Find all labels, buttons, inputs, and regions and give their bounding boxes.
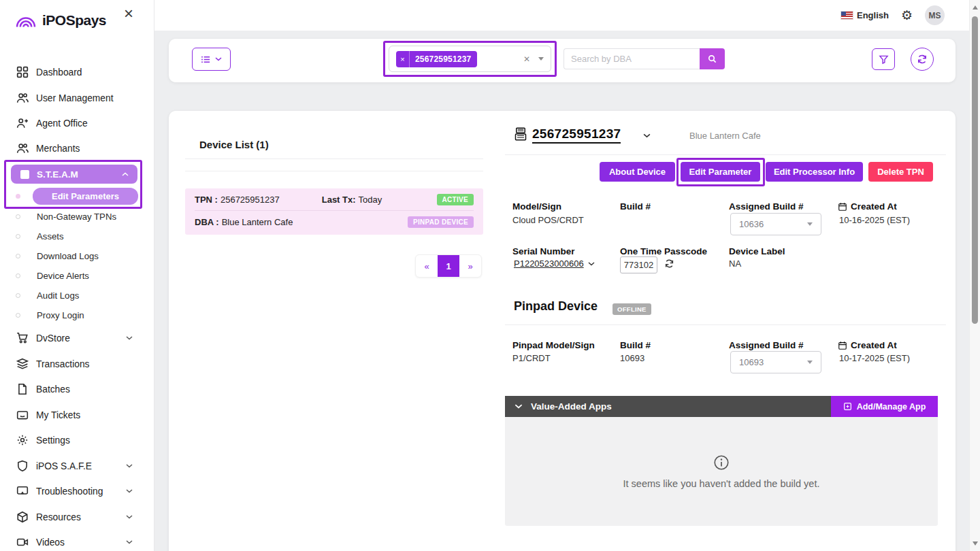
sidebar-item-download-logs[interactable]: Download Logs — [0, 248, 154, 264]
search-dba-input[interactable] — [564, 48, 700, 69]
scroll-up-arrow-icon[interactable] — [973, 5, 978, 10]
pagination-prev[interactable]: « — [416, 255, 438, 277]
info-icon — [713, 454, 730, 471]
settings-gear-icon[interactable]: ⚙ — [901, 9, 913, 22]
document-icon — [16, 383, 29, 395]
serial-number-link[interactable]: P1220523000606 — [514, 258, 595, 269]
chevron-down-icon — [126, 464, 133, 468]
empty-state-text: It seems like you haven't added the buil… — [623, 478, 820, 489]
user-avatar[interactable]: MS — [925, 5, 945, 25]
model-sign-label: Model/Sign — [512, 201, 561, 212]
sidebar-item-label: DvStore — [36, 333, 70, 344]
edit-processor-info-button[interactable]: Edit Processor Info — [766, 162, 863, 182]
pinpad-section-title: Pinpad Device — [514, 299, 598, 314]
device-type-badge: PINPAD DEVICE — [408, 216, 474, 228]
refresh-button[interactable] — [911, 48, 934, 71]
shield-icon — [16, 460, 29, 472]
pinpad-assigned-build-label: Assigned Build # — [729, 340, 804, 350]
sidebar-item-label: Non-Gateway TPNs — [37, 212, 116, 222]
otp-label: One Time Passcode — [620, 246, 707, 256]
chevron-down-icon — [126, 336, 133, 340]
tag-remove-icon[interactable]: × — [396, 51, 410, 67]
sidebar-item-dvstore[interactable]: DvStore — [0, 329, 154, 348]
device-list-row[interactable]: TPN : 256725951237 Last Tx: Today ACTIVE… — [185, 188, 483, 235]
sidebar-item-label: Edit Parameters — [52, 191, 119, 201]
sidebar-item-troubleshooting[interactable]: Troubleshooting — [0, 482, 154, 501]
created-at-value: 10-16-2025 (EST) — [839, 215, 910, 225]
scroll-down-arrow-icon[interactable] — [973, 541, 978, 546]
tpn-multiselect[interactable]: × 256725951237 ✕ — [389, 46, 551, 72]
sidebar-item-resources[interactable]: Resources — [0, 507, 154, 527]
vertical-scrollbar[interactable] — [969, 0, 980, 551]
detail-tpn-link[interactable]: 256725951237 — [532, 127, 621, 144]
sidebar-item-dashboard[interactable]: Dashboard — [0, 63, 154, 82]
pagination-page-1[interactable]: 1 — [438, 255, 459, 277]
pinpad-assigned-build-select[interactable]: 10693 — [730, 351, 821, 373]
sidebar-item-transactions[interactable]: Transactions — [0, 354, 154, 373]
sidebar-item-videos[interactable]: Videos — [0, 533, 154, 551]
language-selector[interactable]: English — [841, 10, 889, 20]
detail-dba: Blue Lantern Cafe — [689, 131, 761, 141]
edit-parameter-button[interactable]: Edit Parameter — [681, 162, 760, 182]
language-label: English — [857, 10, 889, 20]
bullet-icon — [16, 254, 20, 258]
about-device-button[interactable]: About Device — [600, 162, 675, 182]
sidebar-item-proxy-login[interactable]: Proxy Login — [0, 307, 154, 323]
sidebar-item-audit-logs[interactable]: Audit Logs — [0, 287, 154, 303]
sidebar-item-settings[interactable]: Settings — [0, 431, 154, 450]
device-label-value: NA — [729, 258, 741, 269]
delete-tpn-button[interactable]: Delete TPN — [868, 162, 933, 182]
sidebar-item-label: Download Logs — [37, 251, 99, 261]
last-tx-value: Today — [359, 195, 382, 205]
sidebar-item-label: S.T.E.A.M — [37, 169, 78, 180]
regenerate-otp-icon[interactable] — [664, 258, 674, 269]
grid-icon — [16, 66, 29, 78]
sidebar-item-assets[interactable]: Assets — [0, 228, 154, 244]
bullet-icon — [16, 214, 20, 219]
add-manage-app-button[interactable]: Add/Manage App — [831, 396, 938, 417]
chevron-down-icon[interactable] — [643, 133, 651, 138]
pinpad-status-badge: OFFLINE — [612, 303, 651, 315]
pagination-next[interactable]: » — [459, 255, 481, 277]
assigned-build-select[interactable]: 10636 — [730, 213, 821, 235]
sidebar-close-icon[interactable]: × — [124, 5, 133, 22]
chevron-up-icon — [122, 172, 129, 176]
sidebar-item-device-alerts[interactable]: Device Alerts — [0, 267, 154, 284]
sidebar-item-label: Device Alerts — [37, 271, 89, 281]
sidebar-item-agent-office[interactable]: Agent Office — [0, 114, 154, 133]
sidebar-item-batches[interactable]: Batches — [0, 380, 154, 399]
filter-button[interactable] — [872, 48, 895, 70]
otp-value-field[interactable] — [620, 256, 657, 273]
sidebar-item-label: User Management — [36, 93, 114, 103]
bullet-icon — [16, 234, 20, 239]
video-camera-icon — [16, 536, 29, 548]
search-button[interactable] — [700, 48, 725, 69]
pagination: « 1 » — [415, 254, 482, 278]
sidebar-item-label: Merchants — [36, 144, 80, 154]
pinpad-build-value: 10693 — [620, 353, 644, 363]
value-added-apps-title: Value-Added Apps — [531, 401, 612, 412]
divider — [185, 171, 483, 171]
sidebar-item-ipos-safe[interactable]: iPOS S.A.F.E — [0, 456, 154, 475]
sidebar-item-my-tickets[interactable]: My Tickets — [0, 405, 154, 424]
sidebar-item-edit-parameters[interactable]: Edit Parameters — [33, 188, 138, 205]
tpn-label: TPN : — [195, 195, 218, 205]
sidebar-item-steam[interactable]: S.T.E.A.M — [11, 165, 137, 184]
bullet-icon — [16, 293, 20, 298]
chevron-down-icon — [215, 57, 222, 61]
sidebar-item-label: Proxy Login — [37, 310, 84, 320]
sidebar-item-user-management[interactable]: User Management — [0, 88, 154, 107]
sidebar-item-merchants[interactable]: Merchants — [0, 139, 154, 158]
sidebar-item-label: Transactions — [36, 359, 89, 369]
clear-icon[interactable]: ✕ — [523, 54, 530, 64]
sidebar-item-label: Audit Logs — [37, 290, 79, 301]
scrollbar-thumb[interactable] — [972, 16, 978, 324]
pinpad-created-at-value: 10-17-2025 (EST) — [839, 353, 910, 363]
pinpad-assigned-build-value: 10693 — [739, 357, 764, 367]
list-view-dropdown-button[interactable] — [192, 48, 231, 71]
value-added-apps-header[interactable]: Value-Added Apps Add/Manage App — [505, 396, 938, 417]
list-icon — [201, 54, 211, 65]
caret-down-icon[interactable] — [538, 57, 544, 61]
sidebar-item-non-gateway-tpns[interactable]: Non-Gateway TPNs — [0, 208, 154, 224]
tpn-tag: × 256725951237 — [396, 51, 477, 67]
